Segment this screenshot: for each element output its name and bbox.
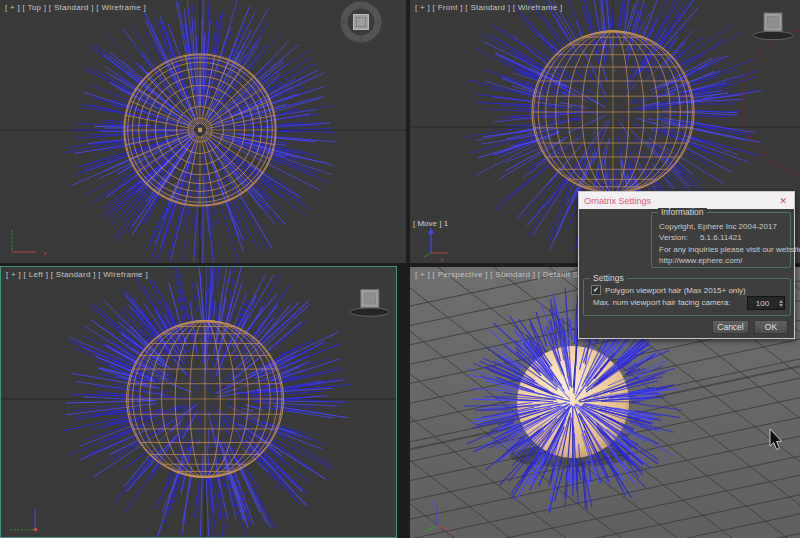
sphere-wireframe [124, 54, 276, 206]
version-value: 5.1.6.11421 [700, 233, 742, 242]
viewcube-compass[interactable]: NSEW [341, 4, 381, 43]
spinner-up-icon[interactable] [779, 300, 783, 303]
viewcube[interactable] [350, 289, 390, 316]
svg-text:x: x [441, 256, 444, 262]
viewcube[interactable] [753, 13, 793, 40]
svg-text:z: z [432, 500, 435, 506]
svg-text:E: E [377, 19, 381, 25]
ornatrix-settings-dialog: Ornatrix Settings ✕ Information Copyrigh… [578, 191, 795, 339]
svg-text:x: x [44, 250, 47, 256]
3dsmax-window: NSEWx [ + ] [ Top ] [ Standard ] [ Wiref… [0, 0, 800, 538]
axis-gizmo: x [12, 230, 47, 256]
information-group: Information Copyright, Ephere Inc 2004-2… [651, 212, 791, 268]
sphere-wireframe [127, 321, 284, 478]
sphere-wireframe [532, 31, 694, 193]
max-hair-label: Max. num viewport hair facing camera: [593, 298, 730, 307]
svg-text:S: S [359, 36, 363, 42]
svg-text:x: x [453, 529, 456, 535]
viewport-top-canvas[interactable]: NSEWx [0, 0, 406, 263]
polygon-hair-checkbox-label[interactable]: Polygon viewport hair (Max 2015+ only) [605, 286, 746, 295]
version-row: Version:5.1.6.11421 [659, 232, 790, 243]
information-group-label: Information [658, 208, 707, 217]
copyright-text: Copyright, Ephere Inc 2004-2017 [659, 221, 790, 232]
viewport-left-label[interactable]: [ + ] [ Left ] [ Standard ] [ Wireframe … [6, 270, 148, 279]
viewport-top[interactable]: NSEWx [ + ] [ Top ] [ Standard ] [ Wiref… [0, 0, 406, 263]
svg-text:N: N [359, 4, 363, 10]
max-hair-spinner[interactable]: 100 [747, 296, 785, 310]
viewport-left-canvas[interactable] [1, 267, 396, 537]
hair-strands [63, 267, 350, 537]
svg-text:W: W [341, 19, 347, 25]
viewport-front-label[interactable]: [ + ] [ Front ] [ Standard ] [ Wireframe… [415, 3, 563, 12]
check-icon: ✔ [593, 286, 599, 294]
axis-gizmo [10, 510, 37, 532]
move-tool-label: [ Move ] 1 [413, 219, 448, 228]
spinner-arrows-icon[interactable] [777, 300, 784, 307]
website-link[interactable]: http://www.ephere.com/ [659, 255, 790, 266]
max-hair-value[interactable]: 100 [748, 299, 777, 308]
settings-group: Settings ✔ Polygon viewport hair (Max 20… [583, 278, 791, 316]
viewport-top-label[interactable]: [ + ] [ Top ] [ Standard ] [ Wireframe ] [5, 3, 146, 12]
close-icon[interactable]: ✕ [777, 196, 789, 206]
viewport-left-active[interactable]: [ + ] [ Left ] [ Standard ] [ Wireframe … [0, 266, 397, 538]
red-selection-circle [742, 28, 800, 176]
cancel-button[interactable]: Cancel [712, 320, 749, 334]
inquiries-text: For any inquiries please visit our websi… [659, 244, 790, 255]
settings-group-label: Settings [590, 274, 627, 283]
version-label: Version: [659, 233, 688, 242]
ok-button[interactable]: OK [754, 320, 788, 334]
move-gizmo: x [424, 228, 448, 263]
spinner-down-icon[interactable] [779, 304, 783, 307]
axis-gizmo: zx [425, 500, 456, 535]
dialog-title: Ornatrix Settings [584, 196, 777, 206]
polygon-hair-checkbox[interactable]: ✔ [591, 285, 601, 295]
